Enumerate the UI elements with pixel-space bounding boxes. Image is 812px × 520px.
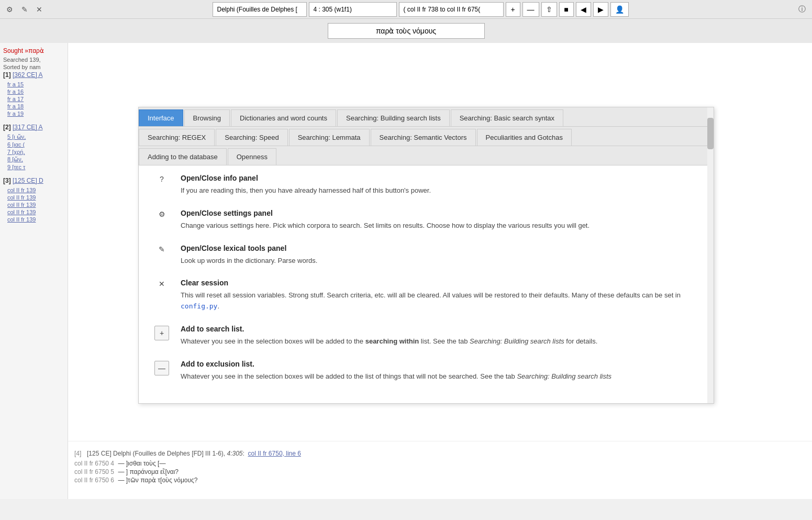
group-header-3: [3] [125 CE] D xyxy=(3,177,64,184)
col-link-4[interactable]: col II fr 6750, line 6 xyxy=(248,450,301,457)
searched-label: Searched 139, xyxy=(3,57,64,63)
tab-searching-basic[interactable]: Searching: Basic search syntax xyxy=(451,109,563,126)
list-item[interactable]: col II fr 139 xyxy=(3,216,64,223)
close-icon[interactable]: ✕ xyxy=(34,4,45,15)
info-section-info-panel: ? Open/Close info panel If you are readi… xyxy=(151,174,701,196)
tab-row-2: Searching: REGEX Searching: Speed Search… xyxy=(139,126,714,146)
info-section-add-search: + Add to search list. Whatever you see i… xyxy=(151,325,701,347)
tab-searching-build[interactable]: Searching: Building search lists xyxy=(337,109,450,126)
tab-peculiarities[interactable]: Peculiarities and Gotchas xyxy=(477,129,572,146)
group-header-1: [1] [362 CE] A xyxy=(3,71,64,79)
result-group-1: [1] [362 CE] A fr a 15 fr a 16 fr a 17 f… xyxy=(3,71,64,117)
list-item[interactable]: col II fr 139 xyxy=(3,201,64,208)
info-title-5: Add to search list. xyxy=(181,325,701,333)
pencil-icon[interactable]: ✎ xyxy=(19,4,30,15)
list-item[interactable]: col II fr 139 xyxy=(3,208,64,216)
info-title-6: Add to exclusion list. xyxy=(181,360,701,368)
sought-label: Sought »παρὰ xyxy=(3,47,64,54)
nav2-button[interactable]: ▶ xyxy=(593,2,608,17)
add-button[interactable]: + xyxy=(506,2,520,17)
info-text-info-panel: Open/Close info panel If you are reading… xyxy=(181,174,701,196)
list-item[interactable]: fr a 16 xyxy=(3,88,64,95)
list-item[interactable]: fr a 18 xyxy=(3,103,64,110)
scrollbar-thumb[interactable] xyxy=(707,118,714,149)
info-text-settings-panel: Open/Close settings panel Change various… xyxy=(181,209,701,231)
tab-openness[interactable]: Openness xyxy=(228,148,276,165)
greek-search-input[interactable] xyxy=(328,23,485,39)
searching-within-bold: searching within xyxy=(365,337,419,345)
list-item[interactable]: 8 [ὤν, xyxy=(3,156,64,163)
minus-box: — xyxy=(154,361,169,375)
passage-input[interactable] xyxy=(309,2,397,17)
info-section-clear-session: ✕ Clear session This will reset all sess… xyxy=(151,279,701,312)
result-header-4: [4] [125 CE] Delphi (Fouilles de Delphes… xyxy=(74,450,806,457)
location-input[interactable] xyxy=(399,2,504,17)
list-item[interactable]: fr a 15 xyxy=(3,81,64,88)
scrollbar-track[interactable] xyxy=(707,107,714,403)
list-item[interactable]: fr a 17 xyxy=(3,95,64,103)
info-desc-2: Change various settings here. Pick which… xyxy=(181,220,701,231)
source-input[interactable] xyxy=(213,2,307,17)
top-toolbar: ⚙ ✎ ✕ + — ⇧ ■ ◀ ▶ 👤 ⓘ xyxy=(0,0,812,19)
minus-button[interactable]: — xyxy=(522,2,539,17)
list-item[interactable]: 9 [τεc τ xyxy=(3,163,64,171)
searching-build-italic-2: Searching: Building search lists xyxy=(517,372,611,380)
info-icon-question: ? xyxy=(151,174,172,183)
main-layout: Sought »παρὰ Searched 139, Sorted by nam… xyxy=(0,43,812,499)
gear-icon[interactable]: ⚙ xyxy=(4,4,15,15)
list-item[interactable]: col II fr 139 xyxy=(3,194,64,201)
info-section-settings-panel: ⚙ Open/Close settings panel Change vario… xyxy=(151,209,701,231)
info-title-2: Open/Close settings panel xyxy=(181,209,701,217)
info-panel: Interface Browsing Dictionaries and word… xyxy=(138,107,714,404)
list-item[interactable]: fr a 19 xyxy=(3,110,64,117)
tab-dictionaries[interactable]: Dictionaries and word counts xyxy=(231,109,336,126)
result-line-2: col II fr 6750 5 — ] παράνομα εἴ[ναι? xyxy=(74,468,806,476)
info-text-add-search: Add to search list. Whatever you see in … xyxy=(181,325,701,347)
info-title-3: Open/Close lexical tools panel xyxy=(181,244,701,252)
tab-searching-regex[interactable]: Searching: REGEX xyxy=(139,129,215,146)
group-header-2: [2] [317 CE] A xyxy=(3,124,64,131)
left-panel: Sought »παρὰ Searched 139, Sorted by nam… xyxy=(0,43,68,499)
tab-adding[interactable]: Adding to the database xyxy=(139,148,227,165)
info-desc-4: This will reset all session variables. S… xyxy=(181,290,701,312)
tab-row-1: Interface Browsing Dictionaries and word… xyxy=(139,107,714,126)
list-item[interactable]: 7 [χρή, xyxy=(3,148,64,156)
arrow-button[interactable]: ⇧ xyxy=(541,2,557,17)
result-group-2: [2] [317 CE] A 5 [ι ὤν, 6 [ιαc ( 7 [χρή,… xyxy=(3,124,64,171)
info-icon-pencil: ✎ xyxy=(151,244,172,253)
sorted-label: Sorted by nam xyxy=(3,64,64,70)
info-icon-gear: ⚙ xyxy=(151,209,172,218)
info-icon-x: ✕ xyxy=(151,279,172,288)
result-line-1: col II fr 6750 4 — ]ισθαι τοὺς [— xyxy=(74,459,806,468)
info-title-4: Clear session xyxy=(181,279,701,287)
right-area: Interface Browsing Dictionaries and word… xyxy=(68,43,812,499)
info-text-lexical: Open/Close lexical tools panel Look up w… xyxy=(181,244,701,267)
info-desc-5: Whatever you see in the selection boxes … xyxy=(181,336,701,347)
list-item[interactable]: 6 [ιαc ( xyxy=(3,141,64,148)
searching-build-italic: Searching: Building search lists xyxy=(470,337,564,345)
tab-searching-speed[interactable]: Searching: Speed xyxy=(216,129,287,146)
person-button[interactable]: 👤 xyxy=(610,2,629,17)
info-text-add-exclusion: Add to exclusion list. Whatever you see … xyxy=(181,360,701,382)
info-icon-topright[interactable]: ⓘ xyxy=(796,4,808,15)
info-desc-1: If you are reading this, then you have a… xyxy=(181,185,701,196)
info-desc-3: Look up words in the dictionary. Parse w… xyxy=(181,256,701,267)
config-link[interactable]: config.py xyxy=(181,302,217,310)
info-section-lexical: ✎ Open/Close lexical tools panel Look up… xyxy=(151,244,701,267)
tab-interface[interactable]: Interface xyxy=(139,109,183,126)
info-section-add-exclusion: — Add to exclusion list. Whatever you se… xyxy=(151,360,701,382)
nav1-button[interactable]: ◀ xyxy=(576,2,591,17)
result-group-3: [3] [125 CE] D col II fr 139 col II fr 1… xyxy=(3,177,64,223)
square-button[interactable]: ■ xyxy=(559,2,574,17)
tab-searching-lemmata[interactable]: Searching: Lemmata xyxy=(289,129,370,146)
greek-search-area xyxy=(0,19,812,43)
tab-browsing[interactable]: Browsing xyxy=(184,109,230,126)
list-item[interactable]: col II fr 139 xyxy=(3,186,64,194)
plus-box: + xyxy=(154,326,169,340)
info-desc-6: Whatever you see in the selection boxes … xyxy=(181,371,701,382)
tab-searching-semantic[interactable]: Searching: Semantic Vectors xyxy=(371,129,476,146)
info-title-1: Open/Close info panel xyxy=(181,174,701,182)
info-text-clear-session: Clear session This will reset all sessio… xyxy=(181,279,701,312)
list-item[interactable]: 5 [ι ὤν, xyxy=(3,133,64,141)
info-content: ? Open/Close info panel If you are readi… xyxy=(139,165,714,403)
